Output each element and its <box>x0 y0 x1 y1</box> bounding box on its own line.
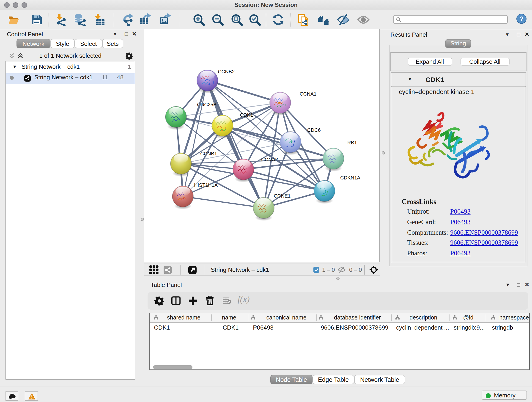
svg-text:CCNA1: CCNA1 <box>300 91 317 97</box>
svg-text:CDK1: CDK1 <box>240 112 253 118</box>
svg-text:CCNA2: CCNA2 <box>261 157 278 162</box>
svg-text:CCNB1: CCNB1 <box>200 151 217 157</box>
svg-text:CCNE1: CCNE1 <box>274 193 291 199</box>
svg-text:CCNB2: CCNB2 <box>218 69 234 75</box>
svg-text:RB1: RB1 <box>347 140 357 146</box>
svg-text:HIST1H1A: HIST1H1A <box>194 182 218 188</box>
svg-text:CDC6: CDC6 <box>307 127 321 133</box>
svg-text:CDC25B: CDC25B <box>197 102 216 108</box>
svg-text:CDKN1A: CDKN1A <box>340 175 360 181</box>
